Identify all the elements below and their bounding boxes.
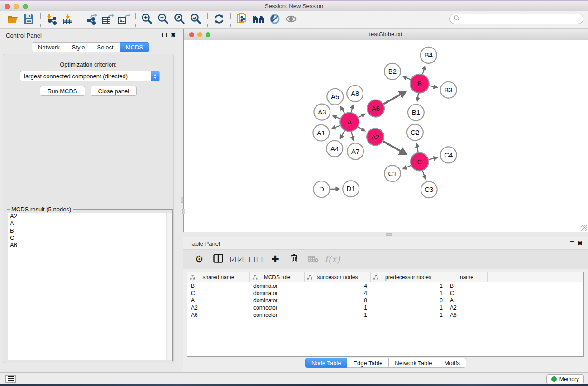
result-item[interactable]: C	[8, 234, 172, 242]
tab-network[interactable]: Network	[32, 42, 66, 52]
zoom-window-button[interactable]	[23, 4, 28, 9]
deselect-all-rows-button[interactable]: ☐☐	[249, 255, 264, 264]
edge-A-A3[interactable]	[333, 116, 340, 119]
table-row[interactable]: Adominator80A	[187, 297, 583, 304]
edge-B-B4[interactable]	[422, 66, 425, 75]
table-row[interactable]: Cdominator41C	[187, 290, 583, 297]
result-item[interactable]: B	[8, 227, 172, 234]
criterion-dropdown[interactable]: largest connected component (directed)	[20, 71, 160, 81]
close-network-button[interactable]	[189, 32, 194, 37]
run-mcds-button[interactable]: Run MCDS	[40, 86, 85, 96]
edge-B-B3[interactable]	[429, 86, 437, 87]
node-D[interactable]: D	[313, 181, 330, 197]
edge-B-B2[interactable]	[403, 76, 411, 80]
edge-A-A2[interactable]	[358, 127, 365, 131]
result-item[interactable]: A2	[8, 213, 172, 220]
edge-C-C3[interactable]	[422, 170, 425, 179]
edge-C-C4[interactable]	[428, 157, 437, 160]
network-canvas[interactable]: AA1A2A3A4A5A6A7A8BB1B2B3B4CC1C2C3C4DD1	[184, 40, 588, 232]
node-A2[interactable]: A2	[367, 129, 384, 146]
table-row[interactable]: A2connector11A2	[187, 304, 583, 311]
float-panel-icon[interactable]	[162, 33, 167, 37]
node-C3[interactable]: C3	[421, 181, 437, 198]
import-table-button[interactable]	[60, 13, 76, 27]
table-row[interactable]: Bdominator41B	[187, 282, 583, 290]
node-A3[interactable]: A3	[314, 104, 330, 120]
column-header-name[interactable]: name	[446, 272, 488, 282]
close-table-panel-icon[interactable]: ✖	[578, 240, 583, 247]
node-B1[interactable]: B1	[408, 105, 424, 121]
column-header-successor-nodes[interactable]: successor nodes	[305, 272, 371, 282]
tab-node-table[interactable]: Node Table	[305, 358, 348, 368]
node-B2[interactable]: B2	[384, 63, 401, 80]
show-all-button[interactable]	[283, 13, 299, 27]
node-A7[interactable]: A7	[347, 143, 363, 159]
edge-A2-C[interactable]	[383, 141, 406, 154]
first-neighbors-button[interactable]	[250, 13, 267, 27]
zoom-network-button[interactable]	[206, 32, 210, 37]
column-header-shared-name[interactable]: shared name	[187, 272, 250, 282]
close-panel-icon[interactable]: ✖	[171, 32, 176, 38]
column-header-predecessor-nodes[interactable]: predecessor nodes	[371, 272, 446, 282]
node-C1[interactable]: C1	[384, 165, 401, 181]
tab-mcds[interactable]: MCDS	[120, 42, 149, 52]
delete-table-button[interactable]	[306, 254, 321, 265]
search-input[interactable]	[460, 16, 583, 22]
node-B3[interactable]: B3	[440, 82, 457, 98]
open-session-button[interactable]	[5, 13, 21, 27]
edge-A6-B[interactable]	[383, 91, 406, 105]
hide-selected-button[interactable]	[267, 13, 283, 27]
save-session-button[interactable]	[21, 13, 37, 27]
tab-select[interactable]: Select	[91, 42, 120, 52]
node-C4[interactable]: C4	[440, 147, 457, 163]
result-item[interactable]: A6	[8, 242, 172, 249]
node-B4[interactable]: B4	[421, 47, 437, 63]
create-column-button[interactable]: ✚	[268, 254, 283, 265]
tab-motifs[interactable]: Motifs	[438, 358, 466, 368]
export-network-button[interactable]	[83, 13, 100, 27]
edge-B-B1[interactable]	[417, 93, 418, 101]
new-network-from-selection-button[interactable]	[234, 13, 250, 27]
mcds-result-list[interactable]: A2ABCA6	[8, 213, 172, 360]
float-table-panel-icon[interactable]	[570, 241, 574, 245]
table-row[interactable]: A6connector11A6	[187, 311, 583, 319]
node-A8[interactable]: A8	[347, 86, 363, 102]
node-A6[interactable]: A6	[367, 100, 384, 117]
node-A4[interactable]: A4	[326, 140, 343, 157]
node-B[interactable]: B	[410, 74, 429, 93]
result-list-scrollbar[interactable]	[166, 213, 172, 360]
minimize-window-button[interactable]	[14, 4, 19, 9]
zoom-fit-button[interactable]	[172, 13, 188, 27]
show-panels-button[interactable]	[5, 375, 16, 383]
zoom-selected-button[interactable]	[188, 13, 204, 27]
window-resize-grip[interactable]	[581, 225, 587, 231]
memory-button[interactable]: Memory	[546, 374, 584, 384]
function-builder-button[interactable]: f(x)	[325, 254, 340, 265]
node-A5[interactable]: A5	[327, 89, 343, 105]
export-table-button[interactable]	[100, 13, 116, 27]
horizontal-splitter-handle[interactable]	[386, 233, 392, 236]
edge-A-A8[interactable]	[351, 105, 353, 113]
result-item[interactable]: A	[8, 220, 172, 227]
close-window-button[interactable]	[5, 4, 10, 9]
tab-style[interactable]: Style	[66, 42, 91, 52]
column-visibility-button[interactable]	[210, 254, 226, 265]
zoom-out-button[interactable]	[155, 13, 172, 27]
edge-C-C1[interactable]	[403, 165, 411, 169]
refresh-view-button[interactable]	[211, 13, 227, 27]
select-all-rows-button[interactable]: ☑☑	[229, 255, 245, 264]
node-C[interactable]: C	[411, 152, 429, 171]
delete-column-button[interactable]	[287, 253, 302, 265]
minimize-network-button[interactable]	[197, 32, 202, 37]
export-image-button[interactable]	[116, 13, 132, 27]
edge-A-A4[interactable]	[340, 130, 345, 138]
node-C2[interactable]: C2	[407, 124, 423, 141]
import-network-button[interactable]	[44, 13, 60, 27]
close-panel-button[interactable]: Close panel	[91, 86, 137, 96]
node-A1[interactable]: A1	[313, 125, 329, 141]
tab-edge-table[interactable]: Edge Table	[347, 358, 389, 368]
edge-C-C2[interactable]	[417, 144, 418, 153]
edge-A-A1[interactable]	[332, 125, 341, 129]
edge-A-A7[interactable]	[351, 131, 353, 140]
node-A[interactable]: A	[340, 113, 359, 132]
